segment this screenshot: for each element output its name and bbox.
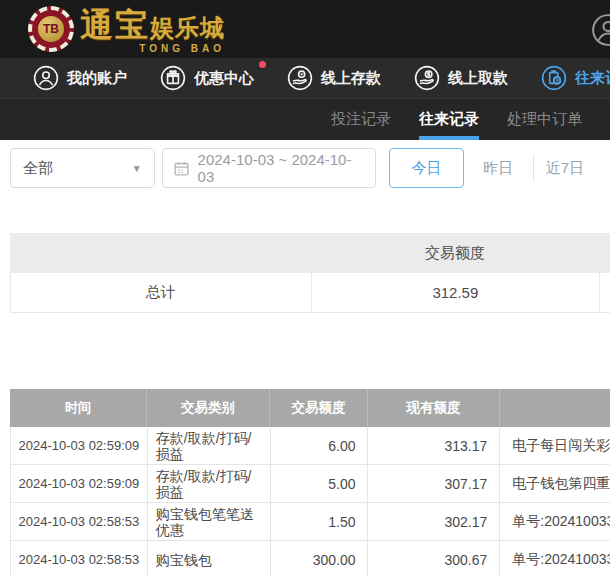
nav-item-online-deposit[interactable]: 线上存款	[287, 65, 381, 91]
cell-category: 存款/取款/打码/损益	[148, 465, 271, 502]
quick-filter-yesterday-button[interactable]: 昨日	[464, 148, 533, 188]
nav-item-promotions[interactable]: 优惠中心	[160, 65, 254, 91]
nav-item-label: 优惠中心	[194, 69, 254, 88]
table-row[interactable]: 2024-10-03 02:58:53 购宝钱包笔笔送优惠 1.50 302.1…	[10, 503, 610, 541]
nav-item-label: 我的账户	[67, 69, 127, 88]
category-select-value: 全部	[23, 159, 53, 178]
account-person-icon	[33, 65, 59, 91]
main-navbar: 我的账户 优惠中心 线上存款 线上取款	[0, 58, 610, 98]
promo-gift-icon	[160, 65, 186, 91]
transactions-table: 时间 交易类别 交易额度 现有额度 2024-10-03 02:59:09 存款…	[10, 389, 610, 577]
brand-name-en: TONG BAO	[139, 44, 225, 54]
top-brand-bar: TB 通宝娱乐城 TONG BAO	[0, 0, 610, 58]
date-range-input[interactable]: 2024-10-03 ~ 2024-10-03	[162, 148, 376, 188]
calendar-icon	[173, 160, 190, 177]
summary-header-row: 交易额度	[10, 233, 610, 273]
cell-balance: 302.17	[368, 503, 500, 540]
cell-note: 单号:2024100330	[500, 503, 610, 540]
quick-filter-last7days-button[interactable]: 近7日	[534, 148, 600, 188]
cell-time: 2024-10-03 02:59:09	[11, 427, 148, 464]
cell-note: 电子每日闯关彩金	[500, 427, 610, 464]
promo-notification-dot	[259, 61, 266, 68]
date-range-value: 2024-10-03 ~ 2024-10-03	[198, 151, 365, 185]
tab-processing-orders[interactable]: 处理中订单	[507, 99, 582, 140]
cell-category: 购宝钱包	[148, 541, 271, 577]
table-row[interactable]: 2024-10-03 02:59:09 存款/取款/打码/损益 6.00 313…	[10, 427, 610, 465]
cell-amount: 5.00	[271, 465, 369, 502]
table-row[interactable]: 2024-10-03 02:58:53 购宝钱包 300.00 300.67 单…	[10, 541, 610, 577]
cell-time: 2024-10-03 02:59:09	[11, 465, 148, 502]
brand-name-cn-main: 通宝	[80, 6, 150, 43]
cell-balance: 313.17	[368, 427, 500, 464]
cell-amount: 300.00	[271, 541, 369, 577]
header-amount: 交易额度	[270, 389, 368, 427]
cell-amount: 1.50	[271, 503, 369, 540]
cell-note: 电子钱包第四重取款	[500, 465, 610, 502]
brand-name-cn-sub: 娱乐城	[150, 14, 225, 41]
cell-balance: 300.67	[368, 541, 500, 577]
nav-item-label: 往来记录	[575, 69, 610, 88]
header-time: 时间	[10, 389, 147, 427]
chevron-down-icon: ▼	[132, 163, 142, 174]
cell-balance: 307.17	[368, 465, 500, 502]
nav-item-my-account[interactable]: 我的账户	[33, 65, 127, 91]
summary-table: 交易额度 总计 312.59	[10, 233, 610, 313]
summary-total-row: 总计 312.59	[10, 273, 610, 313]
deposit-hand-coin-icon	[287, 65, 313, 91]
nav-item-online-withdraw[interactable]: 线上取款	[414, 65, 508, 91]
header-category: 交易类别	[147, 389, 270, 427]
header-note	[500, 389, 610, 427]
records-clipboard-icon	[541, 65, 567, 91]
header-balance: 现有额度	[368, 389, 500, 427]
nav-item-label: 线上存款	[321, 69, 381, 88]
table-row[interactable]: 2024-10-03 02:59:09 存款/取款/打码/损益 5.00 307…	[10, 465, 610, 503]
brand-logo-text: 通宝娱乐城 TONG BAO	[80, 8, 225, 51]
summary-header-amount: 交易额度	[310, 244, 600, 263]
top-right-user-icon[interactable]	[591, 13, 610, 47]
summary-total-label: 总计	[11, 283, 311, 302]
brand-chip-tb: TB	[38, 16, 64, 42]
filter-row: 全部 ▼ 2024-10-03 ~ 2024-10-03 今日 昨日 近7日	[10, 148, 600, 188]
cell-amount: 6.00	[271, 427, 369, 464]
cell-category: 存款/取款/打码/损益	[148, 427, 271, 464]
brand-chip-logo: TB	[28, 6, 74, 52]
summary-total-value: 312.59	[311, 273, 601, 312]
tab-betting-records[interactable]: 投注记录	[331, 99, 391, 140]
table-header-row: 时间 交易类别 交易额度 现有额度	[10, 389, 610, 427]
cell-time: 2024-10-03 02:58:53	[11, 503, 148, 540]
withdraw-hand-dollar-icon	[414, 65, 440, 91]
cell-time: 2024-10-03 02:58:53	[11, 541, 148, 577]
quick-filter-today-button[interactable]: 今日	[389, 148, 464, 188]
cell-category: 购宝钱包笔笔送优惠	[148, 503, 271, 540]
tab-transaction-records[interactable]: 往来记录	[419, 99, 479, 140]
cell-note: 单号:2024100330	[500, 541, 610, 577]
records-tabbar: 投注记录 往来记录 处理中订单	[0, 98, 610, 140]
nav-item-label: 线上取款	[448, 69, 508, 88]
category-select[interactable]: 全部 ▼	[10, 148, 155, 188]
nav-item-transaction-records[interactable]: 往来记录	[541, 65, 610, 91]
